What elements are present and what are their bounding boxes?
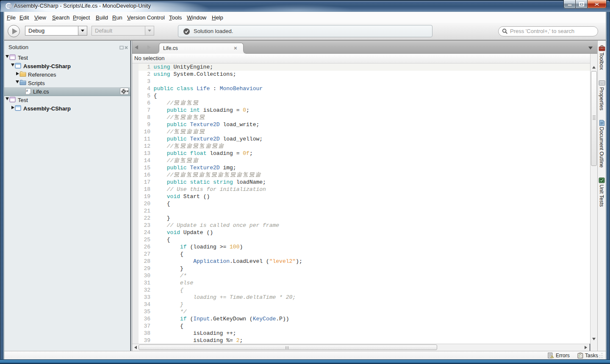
svg-text:#: # <box>26 89 28 93</box>
